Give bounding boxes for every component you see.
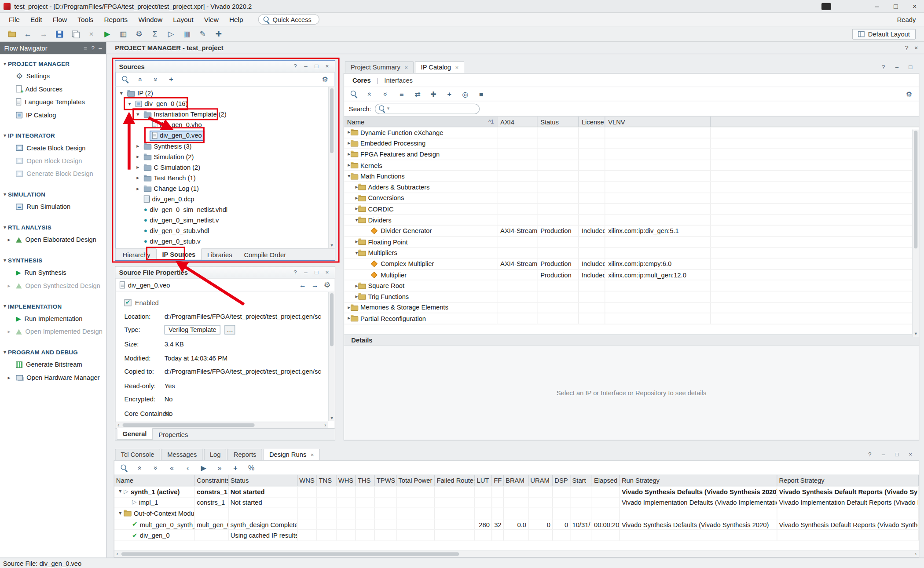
runs-column-status[interactable]: Status: [229, 475, 298, 486]
undo-button[interactable]: ←: [21, 27, 35, 40]
flownav-item-open-elaborated-design[interactable]: ▸Open Elaborated Design: [0, 233, 106, 246]
scroll-down-icon[interactable]: ▼: [329, 243, 334, 248]
expander-open-icon[interactable]: ▾: [356, 217, 358, 222]
expander-closed-icon[interactable]: ▸: [134, 154, 141, 159]
scroll-right-icon[interactable]: ›: [913, 551, 919, 557]
expander-open-icon[interactable]: ▾: [117, 489, 124, 494]
runs-hscrollbar[interactable]: ‹ ›: [114, 550, 919, 557]
add-button[interactable]: +: [165, 73, 177, 84]
catalog-search-input[interactable]: ▾: [375, 103, 480, 114]
save-button[interactable]: [52, 27, 66, 40]
window-minimize-button[interactable]: –: [867, 0, 886, 12]
hierarchy-button[interactable]: ≡: [396, 88, 408, 99]
catalog-row-partial-reconfiguration[interactable]: ▸Partial Reconfiguration: [344, 313, 919, 324]
source-item-change-log-1[interactable]: ▸Change Log (1): [116, 183, 335, 194]
catalog-scrollbar[interactable]: ▼: [912, 130, 919, 337]
stop-button[interactable]: ■: [475, 88, 487, 99]
source-item-div-gen-0-veo[interactable]: div_gen_0.veo: [116, 130, 335, 141]
expander-open-icon[interactable]: ▾: [117, 511, 124, 516]
flownav-item-create-block-design[interactable]: Create Block Design: [0, 141, 106, 154]
runs-column-ths[interactable]: THS: [356, 475, 375, 486]
flownav-item-open-synthesized-design[interactable]: ▸Open Synthesized Design: [0, 279, 106, 292]
expand-all-button[interactable]: »: [150, 73, 162, 84]
delete-button[interactable]: ×: [84, 27, 99, 40]
flownav-help-icon[interactable]: ?: [91, 45, 94, 51]
catalog-column-status[interactable]: Status: [537, 117, 579, 127]
properties-hscrollbar[interactable]: ‹ ›: [116, 422, 328, 428]
question-button[interactable]: ?: [879, 62, 887, 71]
settings-button[interactable]: ⚙: [132, 27, 146, 40]
add-repository-button[interactable]: +: [443, 88, 455, 99]
catalog-column-name[interactable]: Name^1: [344, 117, 497, 127]
flownav-item-open-block-design[interactable]: Open Block Design: [0, 154, 106, 167]
source-item-div-gen-0-stub-v[interactable]: ●div_gen_0_stub.v: [116, 236, 335, 247]
menu-view[interactable]: View: [199, 14, 224, 25]
catalog-column-license[interactable]: License: [579, 117, 605, 127]
flownav-section-simulation[interactable]: ▾SIMULATION: [0, 189, 106, 200]
expander-open-icon[interactable]: ▾: [134, 112, 141, 117]
run-row-synth-1-active[interactable]: ▾▷synth_1 (active)constrs_1Not startedVi…: [114, 486, 919, 497]
menu-help[interactable]: Help: [224, 14, 249, 25]
tab-properties[interactable]: Properties: [153, 429, 194, 440]
add-button[interactable]: +: [229, 462, 242, 473]
source-item-div-gen-0-sim-netlist-vhdl[interactable]: ●div_gen_0_sim_netlist.vhdl: [116, 204, 335, 215]
catalog-row-floating-point[interactable]: ▸Floating Point: [344, 237, 919, 248]
tab-libraries[interactable]: Libraries: [202, 249, 238, 260]
flownav-section-implementation[interactable]: ▾IMPLEMENTATION: [0, 300, 106, 312]
expander-closed-icon[interactable]: ▸: [356, 206, 358, 211]
flownav-menu-icon[interactable]: ≡: [84, 45, 87, 51]
section-expander-icon[interactable]: ▾: [4, 303, 6, 309]
catalog-row-fpga-features-and-design[interactable]: ▸FPGA Features and Design: [344, 149, 919, 160]
tab-tcl-console[interactable]: Tcl Console: [115, 449, 160, 461]
subtab-interfaces[interactable]: Interfaces: [383, 75, 414, 84]
run-row-out-of-context-module-runs[interactable]: ▾Out-of-Context Module Runs: [114, 508, 919, 519]
tab-close-icon[interactable]: ×: [404, 64, 408, 70]
sources-settings-button[interactable]: ⚙: [319, 73, 331, 84]
tab-project-summary[interactable]: Project Summary×: [345, 61, 414, 73]
flownav-item-run-synthesis[interactable]: ▶Run Synthesis: [0, 266, 106, 279]
flownav-item-generate-block-design[interactable]: Generate Block Design: [0, 167, 106, 180]
tab-close-icon[interactable]: ×: [455, 64, 458, 70]
run-row-div-gen-0[interactable]: ✔div_gen_0Using cached IP results: [114, 530, 919, 541]
section-expander-icon[interactable]: ▾: [4, 133, 6, 138]
expander-closed-icon[interactable]: ▸: [348, 305, 350, 310]
runs-column-failed-routes[interactable]: Failed Routes: [435, 475, 475, 486]
runs-column-report-strategy[interactable]: Report Strategy: [777, 475, 919, 486]
tab-messages[interactable]: Messages: [161, 449, 203, 461]
menu-layout[interactable]: Layout: [168, 14, 198, 25]
tab-log[interactable]: Log: [204, 449, 226, 461]
menu-flow[interactable]: Flow: [48, 14, 73, 25]
catalog-row-square-root[interactable]: ▸Square Root: [344, 280, 919, 291]
probe-button[interactable]: ✚: [212, 27, 226, 40]
catalog-row-divider-generator[interactable]: Divider GeneratorAXI4-StreamProductionIn…: [344, 226, 919, 237]
scroll-left-icon[interactable]: ‹: [116, 422, 121, 428]
runs-column-elapsed[interactable]: Elapsed: [592, 475, 620, 486]
runs-column-tns[interactable]: TNS: [317, 475, 337, 486]
menu-reports[interactable]: Reports: [99, 14, 133, 25]
runs-column-run-strategy[interactable]: Run Strategy: [620, 475, 777, 486]
source-item-synthesis-3[interactable]: ▸Synthesis (3): [116, 141, 335, 151]
runs-column-name[interactable]: Name: [114, 475, 195, 486]
catalog-column-axi4[interactable]: AXI4: [497, 117, 537, 127]
flownav-section-program-and-debug[interactable]: ▾PROGRAM AND DEBUG: [0, 346, 106, 358]
minimize-button[interactable]: –: [879, 450, 887, 458]
expander-closed-icon[interactable]: ▸: [348, 316, 350, 321]
customize-button[interactable]: ✚: [427, 88, 440, 99]
runs-column-ff[interactable]: FF: [492, 475, 504, 486]
sources-scrollbar[interactable]: ▼: [328, 87, 335, 248]
catalog-row-embedded-processing[interactable]: ▸Embedded Processing: [344, 138, 919, 149]
flownav-section-project-manager[interactable]: ▾PROJECT MANAGER: [0, 58, 106, 69]
expander-open-icon[interactable]: ▾: [126, 101, 133, 106]
source-item-c-simulation-2[interactable]: ▸C Simulation (2): [116, 162, 335, 172]
expander-closed-icon[interactable]: ▸: [134, 143, 141, 149]
menu-file[interactable]: File: [4, 14, 25, 25]
expander-closed-icon[interactable]: ▸: [356, 283, 358, 288]
run-row-impl-1[interactable]: ▷impl_1constrs_1Not startedVivado Implem…: [114, 497, 919, 508]
search-button[interactable]: [119, 73, 132, 84]
expander-closed-icon[interactable]: ▸: [7, 375, 10, 380]
menu-tools[interactable]: Tools: [72, 14, 99, 25]
flownav-item-language-templates[interactable]: Language Templates: [0, 95, 106, 108]
source-item-div-gen-0-dcp[interactable]: div_gen_0.dcp: [116, 194, 335, 204]
section-expander-icon[interactable]: ▾: [4, 61, 6, 66]
catalog-settings-button[interactable]: ⚙: [903, 88, 915, 99]
